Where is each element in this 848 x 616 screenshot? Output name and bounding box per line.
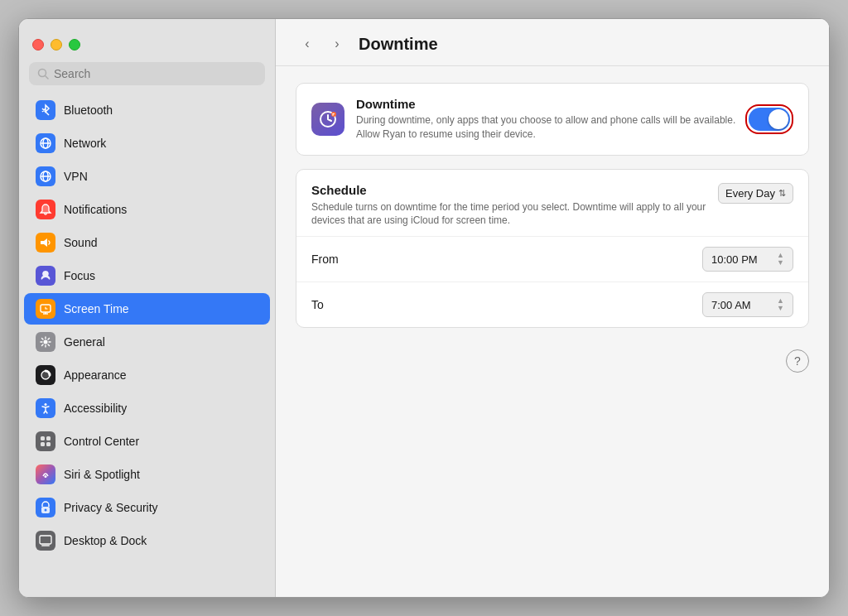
focus-icon [36, 266, 55, 286]
svg-rect-22 [40, 536, 51, 544]
sidebar-item-bluetooth[interactable]: Bluetooth [24, 94, 270, 126]
to-time-value: 7:00 AM [711, 299, 751, 311]
svg-rect-17 [41, 442, 45, 446]
svg-rect-16 [46, 436, 51, 440]
downtime-text: Downtime During downtime, only apps that… [356, 97, 745, 142]
svg-rect-15 [41, 436, 45, 440]
from-label: From [311, 253, 702, 266]
control-center-icon [36, 431, 55, 451]
close-button[interactable] [32, 39, 44, 51]
from-row: From 10:00 PM ▲ ▼ [296, 236, 808, 282]
schedule-title: Schedule [311, 183, 718, 197]
toggle-knob [768, 109, 788, 129]
to-row: To 7:00 AM ▲ ▼ [296, 282, 808, 327]
downtime-row: Downtime During downtime, only apps that… [296, 84, 808, 155]
sidebar-label-siri-spotlight: Siri & Spotlight [64, 468, 140, 481]
sidebar-item-sound[interactable]: Sound [24, 227, 270, 258]
sidebar-label-accessibility: Accessibility [64, 402, 127, 415]
frequency-value: Every Day [725, 187, 775, 200]
back-button[interactable]: ‹ [296, 32, 319, 55]
traffic-lights [19, 27, 275, 59]
sidebar-item-network[interactable]: Network [24, 128, 270, 159]
sidebar-label-control-center: Control Center [64, 435, 139, 448]
help-icon: ? [794, 354, 801, 368]
svg-marker-8 [41, 238, 47, 247]
svg-point-12 [44, 340, 48, 344]
main-panel: ‹ › Downtime [276, 19, 829, 597]
settings-window: Bluetooth Network [18, 18, 830, 598]
maximize-button[interactable] [69, 39, 80, 51]
sidebar-label-screen-time: Screen Time [64, 302, 129, 315]
sidebar-label-general: General [64, 335, 105, 349]
minimize-button[interactable] [51, 39, 62, 51]
sidebar-label-bluetooth: Bluetooth [64, 103, 113, 117]
svg-line-1 [46, 76, 49, 79]
schedule-header: Schedule Schedule turns on downtime for … [296, 170, 808, 237]
to-time-stepper[interactable]: ▲ ▼ [777, 297, 784, 312]
chevron-up-down-icon: ⇅ [778, 188, 786, 199]
forward-button[interactable]: › [325, 32, 349, 55]
from-time-stepper[interactable]: ▲ ▼ [777, 252, 784, 267]
sidebar-item-privacy-security[interactable]: Privacy & Security [24, 492, 270, 523]
page-title: Downtime [359, 35, 438, 54]
svg-point-21 [45, 509, 47, 512]
sidebar-item-accessibility[interactable]: Accessibility [24, 392, 270, 424]
sidebar-label-vpn: VPN [64, 170, 88, 183]
bluetooth-icon [36, 100, 55, 120]
search-input[interactable] [54, 67, 257, 80]
search-box[interactable] [29, 62, 265, 85]
sidebar-label-sound: Sound [64, 236, 97, 249]
sidebar-item-desktop-dock[interactable]: Desktop & Dock [24, 525, 270, 556]
vpn-icon [36, 166, 55, 186]
svg-point-14 [45, 403, 47, 406]
network-icon [36, 133, 55, 153]
sidebar-label-network: Network [64, 137, 106, 150]
schedule-card: Schedule Schedule turns on downtime for … [296, 169, 809, 329]
panel-body: Downtime During downtime, only apps that… [276, 66, 829, 597]
sidebar-item-focus[interactable]: Focus [24, 260, 270, 291]
panel-header: ‹ › Downtime [276, 19, 829, 66]
search-icon [37, 68, 49, 79]
sidebar-item-appearance[interactable]: Appearance [24, 359, 270, 391]
svg-rect-18 [46, 442, 51, 446]
sidebar-item-screen-time[interactable]: Screen Time [24, 293, 270, 325]
downtime-toggle-wrapper [745, 104, 793, 134]
sidebar-label-desktop-dock: Desktop & Dock [64, 534, 147, 547]
downtime-description: During downtime, only apps that you choo… [356, 113, 745, 142]
frequency-selector[interactable]: Every Day ⇅ [718, 183, 793, 204]
sidebar-label-notifications: Notifications [64, 203, 127, 216]
svg-point-19 [45, 475, 47, 478]
desktop-dock-icon [36, 531, 55, 551]
sidebar-item-siri-spotlight[interactable]: Siri & Spotlight [24, 459, 270, 490]
sound-icon [36, 233, 55, 253]
schedule-description: Schedule turns on downtime for the time … [311, 200, 718, 229]
from-time-selector[interactable]: 10:00 PM ▲ ▼ [702, 247, 793, 272]
downtime-toggle[interactable] [749, 108, 790, 131]
screen-time-icon [36, 299, 55, 319]
notifications-icon [36, 200, 55, 219]
schedule-header-text: Schedule Schedule turns on downtime for … [311, 183, 718, 229]
sidebar-label-privacy-security: Privacy & Security [64, 501, 158, 514]
sidebar-item-notifications[interactable]: Notifications [24, 194, 270, 225]
sidebar-label-focus: Focus [64, 269, 95, 282]
sidebar: Bluetooth Network [19, 19, 276, 597]
sidebar-item-control-center[interactable]: Control Center [24, 426, 270, 457]
downtime-title: Downtime [356, 97, 745, 111]
to-label: To [311, 298, 702, 311]
sidebar-label-appearance: Appearance [64, 368, 127, 382]
general-icon [36, 332, 55, 352]
appearance-icon [36, 365, 55, 385]
siri-icon [36, 464, 55, 484]
sidebar-item-general[interactable]: General [24, 326, 270, 358]
privacy-icon [36, 498, 55, 517]
to-time-selector[interactable]: 7:00 AM ▲ ▼ [702, 292, 793, 317]
sidebar-item-vpn[interactable]: VPN [24, 161, 270, 192]
downtime-toggle-card: Downtime During downtime, only apps that… [296, 83, 809, 156]
from-time-value: 10:00 PM [711, 253, 758, 266]
help-button[interactable]: ? [786, 349, 809, 373]
accessibility-icon [36, 398, 55, 418]
svg-rect-23 [41, 545, 50, 546]
downtime-app-icon [311, 103, 344, 136]
